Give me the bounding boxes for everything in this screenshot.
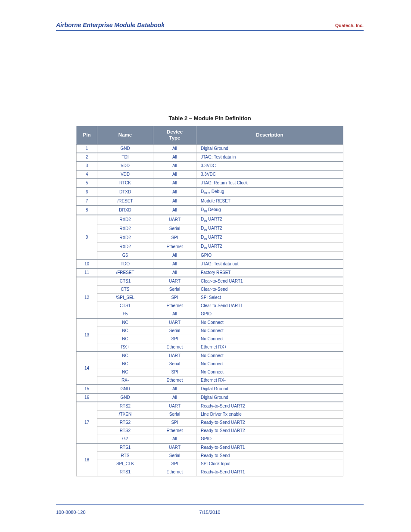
cell-description: Ready-to-Send UART2 xyxy=(196,426,343,435)
cell-device-type: SPI xyxy=(153,368,196,376)
cell-pin: 15 xyxy=(77,385,97,393)
cell-name: RXD2 xyxy=(97,224,153,233)
table-row: 8DRXDAllDIN Debug xyxy=(77,205,343,215)
cell-device-type: SPI xyxy=(153,233,196,242)
cell-name: NC xyxy=(97,368,153,376)
table-row: 13NCUARTNo Connect xyxy=(77,318,343,327)
cell-name: NC xyxy=(97,318,153,327)
cell-name: NC xyxy=(97,352,153,360)
cell-name: TDI xyxy=(97,153,153,162)
footer-center: 7/15/2010 xyxy=(56,510,364,515)
page-header: Airborne Enterprise Module Databook Quat… xyxy=(56,22,364,31)
cell-description: Ready-to-Send UART1 xyxy=(196,443,343,452)
cell-pin: 3 xyxy=(77,162,97,170)
table-row: 3VDDAll3.3VDC xyxy=(77,162,343,170)
cell-name: DTXD xyxy=(97,187,153,197)
cell-device-type: All xyxy=(153,260,196,268)
table-row: 7/RESETAllModule RESET xyxy=(77,197,343,205)
table-row: RTS2EthernetReady-to-Send UART2 xyxy=(77,426,343,435)
table-row: RXD2SerialDIN UART2 xyxy=(77,224,343,233)
cell-pin: 2 xyxy=(77,153,97,162)
cell-name: NC xyxy=(97,327,153,335)
cell-name: RXD2 xyxy=(97,242,153,251)
cell-device-type: All xyxy=(153,187,196,197)
table-row: 5RTCKAllJTAG: Return Test Clock xyxy=(77,179,343,187)
cell-name: /RESET xyxy=(97,197,153,205)
table-row: 17RTS2UARTReady-to-Send UART2 xyxy=(77,402,343,411)
table-row: NCSerialNo Connect xyxy=(77,327,343,335)
table-header-row: Pin Name DeviceType Description xyxy=(77,126,343,144)
cell-description: Clear-to-Send xyxy=(196,285,343,293)
cell-description: Ethernet RX- xyxy=(196,376,343,385)
table-row: 9RXD2UARTDIN UART2 xyxy=(77,215,343,224)
cell-description: Module RESET xyxy=(196,197,343,205)
table-row: NCSerialNo Connect xyxy=(77,360,343,368)
cell-name: RXD2 xyxy=(97,233,153,242)
doc-title: Airborne Enterprise Module Databook xyxy=(56,22,165,28)
table-row: G6AllGPIO xyxy=(77,251,343,260)
cell-description: Line Driver Tx enable xyxy=(196,410,343,418)
cell-description: No Connect xyxy=(196,352,343,360)
table-row: CTS1EthernetClear-to-Send UART1 xyxy=(77,302,343,310)
cell-name: CTS1 xyxy=(97,302,153,310)
cell-name: RTS2 xyxy=(97,402,153,411)
cell-name: RX- xyxy=(97,376,153,385)
cell-pin: 13 xyxy=(77,318,97,352)
cell-device-type: Serial xyxy=(153,360,196,368)
table-row: RTSSerialReady-to-Send xyxy=(77,451,343,460)
cell-description: Ethernet RX+ xyxy=(196,343,343,352)
table-row: 18RTS1UARTReady-to-Send UART1 xyxy=(77,443,343,452)
cell-device-type: UART xyxy=(153,215,196,224)
cell-pin: 8 xyxy=(77,205,97,215)
cell-description: Factory RESET xyxy=(196,268,343,277)
table-row: 11/FRESETAllFactory RESET xyxy=(77,268,343,277)
table-row: 1GNDAllDigital Ground xyxy=(77,144,343,153)
cell-device-type: All xyxy=(153,153,196,162)
cell-pin: 17 xyxy=(77,402,97,443)
cell-device-type: UART xyxy=(153,352,196,360)
cell-description: DOUT Debug xyxy=(196,187,343,197)
col-device-type: DeviceType xyxy=(153,126,196,144)
table-row: RTS2SPIReady-to-Send UART2 xyxy=(77,418,343,426)
cell-device-type: Ethernet xyxy=(153,426,196,435)
table-row: 12CTS1UARTClear-to-Send UART1 xyxy=(77,277,343,286)
table-row: RTS1EthernetReady-to-Send UART1 xyxy=(77,468,343,476)
cell-device-type: All xyxy=(153,435,196,443)
cell-description: JTAG: Test data in xyxy=(196,153,343,162)
table-row: 14NCUARTNo Connect xyxy=(77,352,343,360)
cell-pin: 7 xyxy=(77,197,97,205)
cell-description: 3.3VDC xyxy=(196,170,343,179)
cell-description: No Connect xyxy=(196,327,343,335)
cell-description: Clear-to-Send UART1 xyxy=(196,302,343,310)
cell-device-type: Ethernet xyxy=(153,468,196,476)
cell-pin: 14 xyxy=(77,352,97,385)
table-row: 6DTXDAllDOUT Debug xyxy=(77,187,343,197)
cell-device-type: Serial xyxy=(153,410,196,418)
cell-description: JTAG: Return Test Clock xyxy=(196,179,343,187)
table-row: 2TDIAllJTAG: Test data in xyxy=(77,153,343,162)
table-row: F5AllGPIO xyxy=(77,310,343,318)
cell-device-type: UART xyxy=(153,277,196,286)
table-row: NCSPINo Connect xyxy=(77,368,343,376)
cell-description: Ready-to-Send UART1 xyxy=(196,468,343,476)
cell-name: CTS xyxy=(97,285,153,293)
cell-name: RTS xyxy=(97,451,153,460)
cell-name: G2 xyxy=(97,435,153,443)
table-row: 4VDDAll3.3VDC xyxy=(77,170,343,179)
table-row: SPI_CLKSPISPI Clock Input xyxy=(77,460,343,468)
cell-name: NC xyxy=(97,335,153,343)
page-footer: 100-8080-120 7/15/2010 xyxy=(56,510,364,515)
cell-device-type: SPI xyxy=(153,335,196,343)
cell-pin: 4 xyxy=(77,170,97,179)
cell-description: Clear-to-Send UART1 xyxy=(196,277,343,286)
cell-device-type: All xyxy=(153,205,196,215)
cell-name: DRXD xyxy=(97,205,153,215)
cell-device-type: UART xyxy=(153,402,196,411)
cell-description: SPI Select xyxy=(196,293,343,302)
cell-device-type: All xyxy=(153,144,196,153)
cell-name: /TXEN xyxy=(97,410,153,418)
cell-device-type: All xyxy=(153,251,196,260)
cell-name: GND xyxy=(97,385,153,393)
cell-device-type: Ethernet xyxy=(153,242,196,251)
cell-description: Ready-to-Send UART2 xyxy=(196,418,343,426)
